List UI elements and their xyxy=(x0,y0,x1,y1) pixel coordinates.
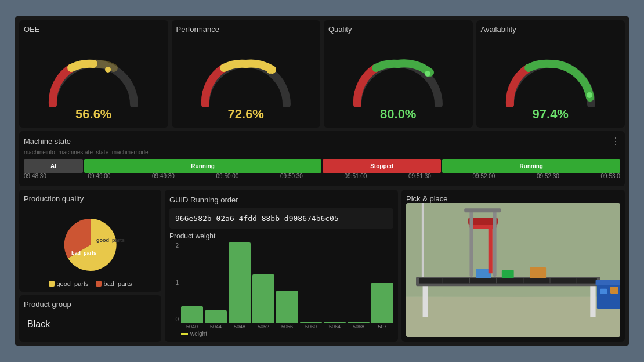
guid-weight-card: GUID Running order 966e582b-02a6-4fdd-88… xyxy=(165,190,398,342)
bad-parts-dot xyxy=(96,281,102,287)
svg-rect-19 xyxy=(502,270,514,278)
x-label-0: 5040 xyxy=(181,324,203,330)
kpi-title-availability: Availability xyxy=(481,25,516,34)
bar-5 xyxy=(300,322,322,323)
x-label-7: 5068 xyxy=(348,324,370,330)
legend-bad-parts: bad_parts xyxy=(96,280,132,287)
kpi-value-oee: 56.6% xyxy=(75,107,111,122)
kpi-row: OEE 56.6% Performance xyxy=(19,20,625,128)
dashboard: OEE 56.6% Performance xyxy=(15,16,629,346)
state-bar-stopped: Stopped xyxy=(323,159,441,173)
kpi-value-availability: 97.4% xyxy=(533,107,569,122)
kpi-card-oee: OEE 56.6% xyxy=(19,20,168,128)
bar-col-5 xyxy=(300,242,322,323)
legend-good-parts: good_parts xyxy=(49,280,89,287)
more-options-icon[interactable]: ⋮ xyxy=(611,136,620,147)
machine-state-title: Machine state xyxy=(24,137,71,146)
kpi-card-performance: Performance 72.6% xyxy=(172,20,321,128)
bottom-row: Production quality good_parts bad_parts xyxy=(19,190,625,342)
good-parts-dot xyxy=(49,281,55,287)
svg-rect-26 xyxy=(464,208,501,212)
machine-state-header: Machine state ⋮ xyxy=(24,136,620,147)
x-label-4: 5056 xyxy=(276,324,298,330)
bar-col-8 xyxy=(371,242,393,323)
bar-col-0 xyxy=(181,242,203,323)
kpi-title-quality: Quality xyxy=(328,25,352,34)
machine-state-source: machineinfo_machinestate_state_machinemo… xyxy=(24,149,620,155)
state-bar-ai: AI xyxy=(24,159,83,173)
x-label-3: 5052 xyxy=(252,324,274,330)
bar-col-2 xyxy=(229,242,251,323)
kpi-card-quality: Quality 80.0% xyxy=(324,20,473,128)
svg-point-1 xyxy=(267,68,273,74)
svg-rect-21 xyxy=(489,223,493,274)
svg-text:good_parts: good_parts xyxy=(96,237,125,243)
left-panel: Production quality good_parts bad_parts xyxy=(19,190,161,342)
y-label-1: 1 xyxy=(169,280,179,286)
y-axis: 2 1 0 xyxy=(169,242,179,323)
production-quality-title: Production quality xyxy=(24,194,157,203)
bar-4 xyxy=(276,291,298,323)
x-label-1: 5044 xyxy=(205,324,227,330)
bar-col-4 xyxy=(276,242,298,323)
x-label-8: 507 xyxy=(371,324,393,330)
product-group-card: Product group Black xyxy=(19,295,161,342)
machine-state-card: Machine state ⋮ machineinfo_machinestate… xyxy=(19,131,625,186)
kpi-title-oee: OEE xyxy=(24,25,39,34)
weight-chart-area: Product weight 2 1 0 5040504450485052505… xyxy=(169,232,393,337)
state-bar-running-2: Running xyxy=(442,159,620,173)
good-parts-label: good_parts xyxy=(57,280,89,287)
bar-1 xyxy=(205,310,227,323)
bar-8 xyxy=(371,283,393,323)
guid-section: GUID Running order xyxy=(169,194,393,205)
y-label-2: 2 xyxy=(169,242,179,249)
product-weight-title: Product weight xyxy=(169,232,393,240)
bar-6 xyxy=(324,322,346,323)
kpi-title-performance: Performance xyxy=(176,25,219,34)
pie-chart: good_parts bad_parts xyxy=(24,208,157,276)
pick-place-card: Pick & place xyxy=(401,190,625,342)
gauge-performance: 72.6% xyxy=(176,36,316,123)
gauge-oee: 56.6% xyxy=(24,36,164,123)
svg-rect-29 xyxy=(600,289,607,294)
svg-point-3 xyxy=(587,92,592,98)
pie-legend: good_parts bad_parts xyxy=(24,280,157,287)
chart-legend: weight xyxy=(169,331,393,337)
bar-3 xyxy=(252,274,274,323)
kpi-value-performance: 72.6% xyxy=(228,107,264,122)
svg-rect-30 xyxy=(610,287,618,294)
bar-2 xyxy=(229,242,251,323)
x-label-2: 5048 xyxy=(229,324,251,330)
bad-parts-label: bad_parts xyxy=(104,280,132,287)
product-group-title: Product group xyxy=(24,300,157,309)
y-label-0: 0 xyxy=(169,316,179,323)
gauge-quality: 80.0% xyxy=(328,36,468,123)
svg-point-2 xyxy=(425,71,430,77)
svg-text:bad_parts: bad_parts xyxy=(71,250,96,256)
bar-col-1 xyxy=(205,242,227,323)
pick-place-image xyxy=(406,203,620,337)
production-quality-card: Production quality good_parts bad_parts xyxy=(19,190,161,292)
bar-chart-inner: 2 1 0 xyxy=(169,242,393,323)
gauge-availability: 97.4% xyxy=(481,36,621,123)
x-label-6: 5064 xyxy=(324,324,346,330)
svg-rect-6 xyxy=(406,297,620,337)
bar-col-3 xyxy=(252,242,274,323)
kpi-card-availability: Availability 97.4% xyxy=(476,20,625,128)
svg-rect-9 xyxy=(590,284,595,317)
product-group-value: Black xyxy=(24,316,157,333)
svg-rect-28 xyxy=(596,280,620,285)
svg-rect-11 xyxy=(419,278,597,283)
bar-0 xyxy=(181,306,203,323)
timeline-area: AI Running Stopped Running 09:48:30 09:4… xyxy=(24,158,620,182)
svg-rect-27 xyxy=(597,282,620,309)
state-bar-running-1: Running xyxy=(84,159,321,173)
pick-place-title: Pick & place xyxy=(406,194,620,203)
x-label-5: 5060 xyxy=(300,324,322,330)
svg-rect-8 xyxy=(423,284,428,317)
bar-col-6 xyxy=(324,242,346,323)
x-axis: 50405044504850525056506050645068507 xyxy=(169,324,393,330)
guid-value-box: 966e582b-02a6-4fdd-88bb-d908674b6c05 xyxy=(169,208,393,229)
weight-legend-dot xyxy=(181,333,188,335)
bar-chart: 2 1 0 5040504450485052505650605064506850… xyxy=(169,242,393,337)
